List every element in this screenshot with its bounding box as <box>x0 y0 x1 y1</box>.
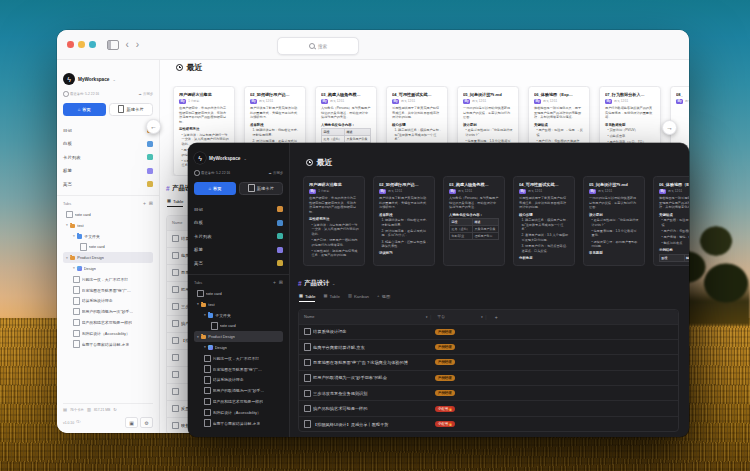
tree-item[interactable]: note card <box>194 320 283 331</box>
carousel-prev-button[interactable]: ← <box>146 119 161 134</box>
sidebar-nav: 日记白板卡片列表标签高亮 <box>63 124 153 192</box>
tree-item[interactable]: 把用户的取消视为一次“妙手… <box>194 385 283 396</box>
tree-item[interactable]: ▾Product Design <box>194 331 283 342</box>
tab-table-2[interactable]: ▦ Table <box>323 294 339 302</box>
tree-item[interactable]: ▾子文件夹 <box>194 310 283 321</box>
caret-icon[interactable]: ▾ <box>66 223 68 227</box>
table-row[interactable]: 三步法攻克复杂业务规则识别产品经理 <box>299 385 678 400</box>
tree-item[interactable]: 百度地图在导航界面“弹”广… <box>194 364 283 375</box>
platform-tag[interactable]: 产品经理 <box>435 344 455 350</box>
sidebar-item-highlights[interactable]: 高亮 <box>194 257 283 271</box>
tree-item[interactable]: 把用户的取消视为一次“妙手… <box>63 306 153 317</box>
tree-item[interactable]: ▾Design <box>63 263 153 274</box>
platform-tag[interactable]: 产品经理 <box>435 329 455 335</box>
recent-card[interactable]: 用户调研方法概览My1 小时前在用户研究中，常见的方法分为定性研究和定量研究两大… <box>303 176 365 266</box>
forward-icon[interactable]: › <box>136 40 139 50</box>
refresh-icon[interactable]: ↻ <box>113 408 117 412</box>
tree-item[interactable]: 搞产品和搞艺术可能是一样的 <box>194 396 283 407</box>
search-input[interactable]: 搜索 <box>277 37 359 55</box>
tree-item[interactable]: ▾子文件夹 <box>63 231 153 242</box>
carousel-next-button[interactable]: → <box>662 120 677 135</box>
new-card-button[interactable]: 新建卡片 <box>109 103 154 116</box>
back-icon[interactable]: ‹ <box>126 40 129 50</box>
tree-item[interactable]: 无障碍设计（Accessibility） <box>194 407 283 418</box>
cloud-sync-button[interactable]: ☁ 云同步 <box>138 92 153 96</box>
tree-item[interactable]: 百度地图在导航界面“弹”广… <box>63 285 153 296</box>
caret-icon[interactable]: ▾ <box>204 345 206 349</box>
minimize-button[interactable] <box>78 41 85 48</box>
recent-card[interactable]: 02_如何进行用户访…My昨天 12:51用户访谈是了解用户真实想法与动机的重要… <box>373 176 435 266</box>
sidebar-item-card-list[interactable]: 卡片列表 <box>63 151 153 165</box>
cloud-sync-button[interactable]: ☁ 云同步 <box>268 171 283 175</box>
sidebar-item-tags[interactable]: 标签 <box>63 164 153 178</box>
caret-icon[interactable]: ▾ <box>197 335 199 339</box>
zoom-button[interactable] <box>89 41 96 48</box>
table-row[interactable]: 【拟物风格UI设计】灵感分享丨教程干货小红书🔥 <box>299 416 678 431</box>
workspace-switcher[interactable]: ϟ MyWorkspace ⌄ <box>63 73 153 85</box>
tree-item[interactable]: ▾test <box>194 299 283 310</box>
recent-card[interactable]: 03_构建人物角色模…My昨天 12:51人物角色（Persona）是对典型用户… <box>443 176 505 266</box>
settings-button[interactable]: ⚙ <box>140 417 153 428</box>
tab-table-1[interactable]: ▦ Table <box>299 294 315 302</box>
tree-item[interactable]: 结算系统设计理念 <box>63 295 153 306</box>
workspace-switcher[interactable]: ϟ MyWorkspace ⌄ <box>194 152 283 164</box>
tree-item[interactable]: ▾Design <box>194 342 283 353</box>
table-row[interactable]: 百度地图在导航界面“弹”广告？这场商业与体验的博产品经理 <box>299 354 678 369</box>
home-button[interactable]: ⌂ 首页 <box>63 103 106 116</box>
sidebar-item-diary[interactable]: 日记 <box>194 203 283 217</box>
shortcuts-button[interactable]: ▣ <box>125 417 138 428</box>
tree-item[interactable]: 结算系统设计理念 <box>194 374 283 385</box>
recent-card[interactable]: 04_可用性测试实战…My昨天 12:51可用性测试用于了解真实用户如何完成任务… <box>513 176 575 266</box>
sidebar-toggle-icon[interactable] <box>107 40 119 50</box>
caret-icon[interactable]: ▾ <box>204 313 206 317</box>
filter-icon[interactable]: ▼ <box>425 315 428 319</box>
collection-heading[interactable]: # 产品设计 ⌄ <box>298 279 679 288</box>
platform-tag[interactable]: 小红书🔥 <box>435 421 455 427</box>
recent-card[interactable]: 06_体验地图（Exp…My昨天 12:51体验地图是一种可视化工具，用于呈现用… <box>653 176 689 266</box>
tree-item[interactable]: 闪购这一仗，大厂不得不打 <box>63 274 153 285</box>
add-column-icon[interactable]: + <box>495 314 498 320</box>
close-button[interactable] <box>67 41 74 48</box>
tree-item[interactable]: note card <box>194 288 283 299</box>
caret-icon[interactable]: ▾ <box>66 256 68 260</box>
add-tab-icon[interactable]: + <box>143 201 146 206</box>
add-view-button[interactable]: + 视图 <box>377 294 390 302</box>
tree-item[interactable]: 电商平台商家结算详解-京东 <box>194 418 283 429</box>
platform-tag[interactable]: 产品经理 <box>435 375 455 381</box>
tree-item[interactable]: ▾Product Design <box>63 252 153 263</box>
new-card-button[interactable]: 新建卡片 <box>239 182 283 195</box>
tab-table-1[interactable]: ▦ Table <box>167 199 183 207</box>
sidebar-item-highlights[interactable]: 高亮 <box>63 178 153 192</box>
filter-icon[interactable]: ▼ <box>481 315 484 319</box>
tree-item[interactable]: ▾test <box>63 220 153 231</box>
recent-card[interactable]: 05_问卷设计技巧.mdMy昨天 12:51一份好的问卷可以帮助你快速获得目标用… <box>583 176 645 266</box>
doc-icon <box>73 340 80 348</box>
sidebar-item-diary[interactable]: 日记 <box>63 124 153 138</box>
tree-item[interactable]: note card <box>63 241 153 252</box>
table-row[interactable]: 结算系统设计理念产品经理 <box>299 324 678 339</box>
caret-icon[interactable]: ▾ <box>197 302 199 306</box>
table-row[interactable]: 电商平台商家结算详解-京东产品经理 <box>299 339 678 354</box>
platform-tag[interactable]: 产品经理 <box>435 359 455 365</box>
sidebar-item-tags[interactable]: 标签 <box>194 243 283 257</box>
tree-item[interactable]: note card <box>63 209 153 220</box>
platform-tag[interactable]: 小红书🔥 <box>435 406 455 412</box>
tab-kanban[interactable]: ▥ Kanban <box>348 294 369 302</box>
tree-item[interactable]: 闪购这一仗，大厂不得不打 <box>194 353 283 364</box>
new-folder-icon[interactable]: ⊞ <box>279 280 283 285</box>
sidebar-item-whiteboard[interactable]: 白板 <box>63 137 153 151</box>
new-folder-icon[interactable]: ⊞ <box>149 201 153 206</box>
info-icon[interactable]: ⓘ <box>76 420 80 424</box>
table-row[interactable]: 把用户的取消视为一次“妙手回春”的机会产品经理 <box>299 370 678 385</box>
tree-item[interactable]: 搞产品和搞艺术可能是一样的 <box>63 317 153 328</box>
caret-icon[interactable]: ▾ <box>73 266 75 270</box>
table-row[interactable]: 搞产品和搞艺术可能是一样的小红书🔥 <box>299 400 678 415</box>
sidebar-item-whiteboard[interactable]: 白板 <box>194 216 283 230</box>
home-button[interactable]: ⌂ 首页 <box>194 182 236 195</box>
platform-tag[interactable]: 产品经理 <box>435 390 455 396</box>
caret-icon[interactable]: ▾ <box>73 234 75 238</box>
tree-item[interactable]: 无障碍设计（Accessibility） <box>63 328 153 339</box>
tree-item[interactable]: 电商平台商家结算详解-京东 <box>63 339 153 350</box>
sidebar-item-card-list[interactable]: 卡片列表 <box>194 230 283 244</box>
add-tab-icon[interactable]: + <box>273 280 276 285</box>
